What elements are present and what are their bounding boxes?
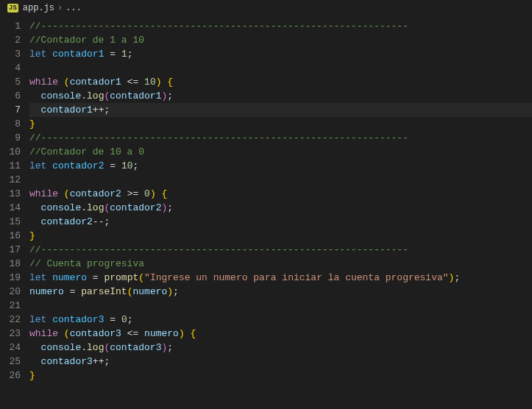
token: { [167,77,173,88]
code-line[interactable]: // Cuenta progresiva [29,257,532,271]
code-line[interactable]: //Contador de 10 a 0 [29,145,532,159]
line-number[interactable]: 18 [0,257,21,271]
breadcrumb-file[interactable]: app.js [23,3,54,13]
token [185,328,191,339]
token: ) [150,188,156,199]
code-line[interactable]: let contador2 = 10; [29,159,532,173]
token: console [41,90,82,102]
code-line[interactable]: } [29,369,532,383]
token: ; [167,342,173,353]
token: contador3 [70,328,121,339]
code-line[interactable] [29,61,532,75]
code-line[interactable]: while (contador1 <= 10) { [29,75,532,89]
code-line[interactable] [29,173,532,187]
line-number[interactable]: 26 [0,369,21,383]
code-line[interactable]: console.log(contador2); [29,201,532,215]
line-number[interactable]: 20 [0,285,21,299]
token: let [29,272,46,283]
token: . [81,342,87,353]
token: ) [156,77,162,88]
token: contador3 [110,342,161,353]
line-number[interactable]: 8 [0,117,21,131]
token: let [29,49,46,60]
token: = [110,314,116,325]
line-number[interactable]: 23 [0,327,21,341]
line-number[interactable]: 16 [0,229,21,243]
code-line[interactable]: contador3++; [29,355,532,369]
line-number[interactable]: 24 [0,341,21,355]
code-line[interactable]: let contador1 = 1; [29,47,532,61]
code-editor[interactable]: 1234567891011121314151617181920212223242… [0,16,532,409]
line-number-gutter[interactable]: 1234567891011121314151617181920212223242… [0,16,29,409]
token: parseInt [81,286,127,297]
token: ; [127,49,133,60]
line-number[interactable]: 5 [0,75,21,89]
line-number[interactable]: 19 [0,271,21,285]
code-line[interactable]: numero = parseInt(numero); [29,285,532,299]
token: . [81,90,87,102]
token: contador2 [52,160,104,171]
line-number[interactable]: 6 [0,89,21,103]
token [116,160,121,171]
line-number[interactable]: 4 [0,61,21,75]
token: ; [167,202,173,213]
token: prompt [104,272,138,283]
code-area[interactable]: //--------------------------------------… [29,16,532,409]
line-number[interactable]: 1 [0,19,21,33]
token [121,328,127,339]
line-number[interactable]: 17 [0,243,21,257]
token: console [41,202,82,213]
code-line[interactable]: //--------------------------------------… [29,131,532,145]
breadcrumb[interactable]: JS app.js › ... [0,0,532,16]
token: let [29,160,46,171]
chevron-right-icon: › [57,3,63,13]
token: = [110,49,116,60]
code-line[interactable]: //--------------------------------------… [29,243,532,257]
line-number[interactable]: 11 [0,159,21,173]
token: contador1 [70,77,121,88]
token: ( [64,188,70,199]
code-line[interactable]: while (contador2 >= 0) { [29,187,532,201]
token: //--------------------------------------… [29,132,408,143]
code-line[interactable] [29,299,532,313]
token: ; [167,90,173,102]
token: log [87,90,104,102]
code-line[interactable]: console.log(contador3); [29,341,532,355]
token [58,77,64,88]
token [29,90,41,102]
line-number[interactable]: 22 [0,313,21,327]
line-number[interactable]: 13 [0,187,21,201]
token [116,314,121,325]
line-number[interactable]: 12 [0,173,21,187]
token [156,188,162,199]
code-line[interactable]: //Contador de 1 a 10 [29,33,532,47]
code-line[interactable]: console.log(contador1); [29,89,532,103]
code-line[interactable]: } [29,117,532,131]
line-number[interactable]: 9 [0,131,21,145]
token: ; [104,356,110,367]
code-line[interactable]: contador2--; [29,215,532,229]
token: { [162,188,168,199]
code-line[interactable]: } [29,229,532,243]
token: } [29,230,35,241]
code-line[interactable]: contador1++; [29,103,532,117]
breadcrumb-more[interactable]: ... [65,3,82,13]
line-number[interactable]: 7 [0,103,21,117]
code-line[interactable]: while (contador3 <= numero) { [29,327,532,341]
line-number[interactable]: 15 [0,215,21,229]
line-number[interactable]: 3 [0,47,21,61]
line-number[interactable]: 25 [0,355,21,369]
line-number[interactable]: 14 [0,201,21,215]
token: 10 [121,160,133,171]
code-line[interactable]: //--------------------------------------… [29,19,532,33]
code-line[interactable]: let contador3 = 0; [29,313,532,327]
line-number[interactable]: 21 [0,299,21,313]
token: contador1 [41,104,93,115]
code-line[interactable]: let numero = prompt("Ingrese un numero p… [29,271,532,285]
line-number[interactable]: 10 [0,145,21,159]
line-number[interactable]: 2 [0,33,21,47]
token [121,188,127,199]
token: contador1 [52,49,104,60]
token: -- [93,216,104,227]
js-file-icon: JS [7,4,18,13]
